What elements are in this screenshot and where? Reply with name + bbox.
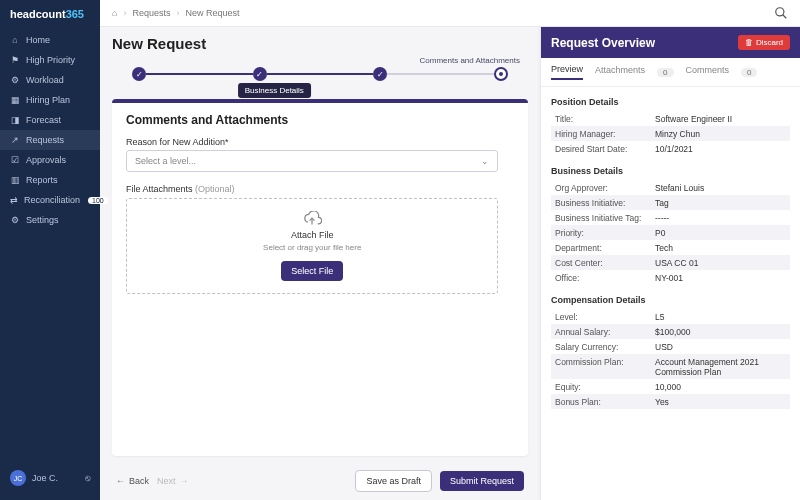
select-file-button[interactable]: Select File	[281, 261, 343, 281]
sidebar-item-approvals[interactable]: ☑Approvals	[0, 150, 100, 170]
kv-value: 10,000	[655, 382, 786, 392]
reconciliation-icon: ⇄	[10, 195, 18, 205]
kv-key: Desired Start Date:	[555, 144, 655, 154]
step-tooltip: Business Details	[238, 83, 311, 98]
dropzone-title: Attach File	[291, 230, 334, 240]
sidebar-item-label: Approvals	[26, 155, 66, 165]
sidebar-item-label: Hiring Plan	[26, 95, 70, 105]
user-name: Joe C.	[32, 473, 58, 483]
section-title: Compensation Details	[551, 295, 790, 305]
sidebar-item-label: Reconciliation	[24, 195, 80, 205]
panel-body: Position DetailsTitle:Software Engineer …	[541, 87, 800, 500]
section-title: Business Details	[551, 166, 790, 176]
kv-row: Desired Start Date:10/1/2021	[551, 141, 790, 156]
page-title: New Request	[112, 35, 528, 52]
sidebar-item-requests[interactable]: ↗Requests	[0, 130, 100, 150]
kv-row: Level:L5	[551, 309, 790, 324]
kv-key: Level:	[555, 312, 655, 322]
kv-value: Tech	[655, 243, 786, 253]
sidebar-item-forecast[interactable]: ◨Forecast	[0, 110, 100, 130]
reason-label: Reason for New Addition*	[126, 137, 514, 147]
save-draft-button[interactable]: Save as Draft	[355, 470, 432, 492]
discard-button[interactable]: 🗑Discard	[738, 35, 790, 50]
kv-key: Business Initiative Tag:	[555, 213, 655, 223]
avatar: JC	[10, 470, 26, 486]
next-button: Next→	[157, 476, 189, 486]
sidebar-item-settings[interactable]: ⚙Settings	[0, 210, 100, 230]
kv-row: Title:Software Engineer II	[551, 111, 790, 126]
sidebar-item-hiring-plan[interactable]: ▦Hiring Plan	[0, 90, 100, 110]
logo: headcount365	[0, 8, 100, 30]
sidebar-item-label: High Priority	[26, 55, 75, 65]
arrow-left-icon: ←	[116, 476, 125, 486]
kv-value: USA CC 01	[655, 258, 786, 268]
logo-text-b: 365	[66, 8, 84, 20]
kv-value: NY-001	[655, 273, 786, 283]
kv-row: Business Initiative Tag:-----	[551, 210, 790, 225]
submit-request-button[interactable]: Submit Request	[440, 471, 524, 491]
reason-select[interactable]: Select a level... ⌄	[126, 150, 498, 172]
tab-preview[interactable]: Preview	[551, 64, 583, 80]
chevron-right-icon: ›	[123, 8, 126, 18]
sidebar-item-label: Workload	[26, 75, 64, 85]
panel-tabs: Preview Attachments 0 Comments 0	[541, 58, 800, 87]
kv-row: Annual Salary:$100,000	[551, 324, 790, 339]
sidebar-item-home[interactable]: ⌂Home	[0, 30, 100, 50]
gear-icon: ⚙	[10, 215, 20, 225]
kv-row: Department:Tech	[551, 240, 790, 255]
svg-point-0	[776, 8, 784, 16]
comments-count: 0	[741, 68, 757, 77]
step-3[interactable]: ✓	[373, 67, 387, 81]
panel-title: Request Overview	[551, 36, 655, 50]
form-footer: ←Back Next→ Save as Draft Submit Request	[112, 462, 528, 492]
sidebar-item-workload[interactable]: ⚙Workload	[0, 70, 100, 90]
stepper-caption: Comments and Attachments	[420, 56, 529, 65]
search-icon[interactable]	[774, 6, 788, 20]
tab-attachments[interactable]: Attachments	[595, 65, 645, 79]
kv-row: Org Approver:Stefani Louis	[551, 180, 790, 195]
home-icon[interactable]: ⌂	[112, 8, 117, 18]
kv-key: Business Initiative:	[555, 198, 655, 208]
breadcrumb[interactable]: Requests	[132, 8, 170, 18]
kv-row: Bonus Plan:Yes	[551, 394, 790, 409]
step-4[interactable]	[494, 67, 508, 81]
logout-icon[interactable]: ⎋	[85, 473, 90, 483]
upload-icon	[302, 211, 322, 227]
kv-key: Salary Currency:	[555, 342, 655, 352]
requests-icon: ↗	[10, 135, 20, 145]
logo-text-a: headcount	[10, 8, 66, 20]
sidebar-item-label: Requests	[26, 135, 64, 145]
kv-row: Priority:P0	[551, 225, 790, 240]
step-1[interactable]: ✓	[132, 67, 146, 81]
kv-value: USD	[655, 342, 786, 352]
sidebar-item-reconciliation[interactable]: ⇄Reconciliation100	[0, 190, 100, 210]
forecast-icon: ◨	[10, 115, 20, 125]
kv-key: Annual Salary:	[555, 327, 655, 337]
section-title: Position Details	[551, 97, 790, 107]
user-row[interactable]: JC Joe C. ⎋	[0, 464, 100, 492]
panel-header: Request Overview 🗑Discard	[541, 27, 800, 58]
overview-panel: Request Overview 🗑Discard Preview Attach…	[540, 27, 800, 500]
kv-key: Office:	[555, 273, 655, 283]
step-2[interactable]: ✓ Business Details	[253, 67, 267, 81]
back-button[interactable]: ←Back	[116, 476, 149, 486]
kv-key: Title:	[555, 114, 655, 124]
chevron-right-icon: ›	[176, 8, 179, 18]
tab-comments[interactable]: Comments	[686, 65, 730, 79]
svg-line-1	[783, 15, 787, 19]
select-placeholder: Select a level...	[135, 156, 196, 166]
approvals-icon: ☑	[10, 155, 20, 165]
file-attach-label: File Attachments (Optional)	[126, 184, 514, 194]
sidebar-item-reports[interactable]: ▥Reports	[0, 170, 100, 190]
sidebar-item-label: Reports	[26, 175, 58, 185]
kv-value: Yes	[655, 397, 786, 407]
file-dropzone[interactable]: Attach File Select or drag your file her…	[126, 198, 498, 294]
kv-row: Office:NY-001	[551, 270, 790, 285]
kv-value: -----	[655, 213, 786, 223]
trash-icon: 🗑	[745, 38, 753, 47]
kv-value: $100,000	[655, 327, 786, 337]
sidebar-item-high-priority[interactable]: ⚑High Priority	[0, 50, 100, 70]
kv-value: 10/1/2021	[655, 144, 786, 154]
sidebar-item-label: Home	[26, 35, 50, 45]
chevron-down-icon: ⌄	[481, 156, 489, 166]
